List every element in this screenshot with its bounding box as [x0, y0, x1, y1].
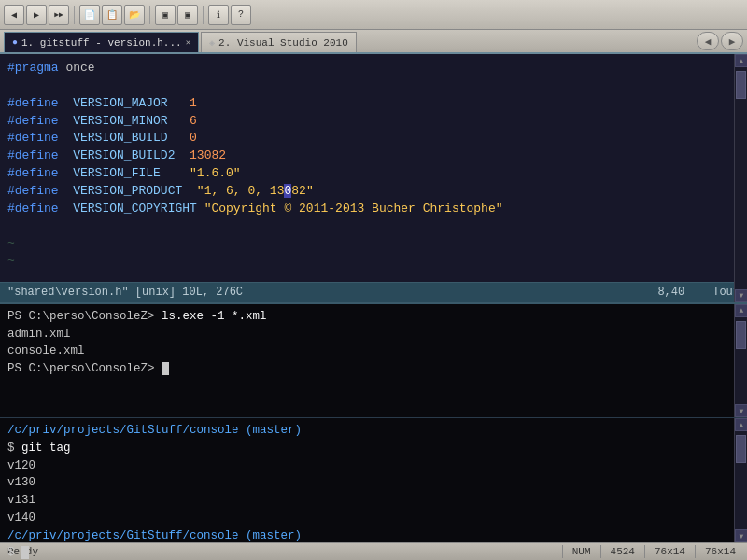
info-button[interactable]: ℹ	[208, 5, 229, 25]
separator2	[149, 6, 150, 24]
tab-nav: ◀ ▶	[697, 32, 743, 52]
term2-line5: v131	[7, 492, 740, 510]
tab-gitstuff[interactable]: ● 1. gitstuff - version.h... ✕	[4, 32, 199, 52]
term1-out1: admin.xml	[7, 328, 71, 341]
main-area: #pragma once #define VERSION_MAJOR 1 #de…	[0, 54, 747, 560]
term1-scroll-track	[735, 317, 747, 404]
term1-cursor	[162, 362, 169, 375]
line-def7: #define VERSION_COPYRIGHT "Copyright © 2…	[7, 201, 740, 218]
term1-scroll-thumb	[736, 321, 746, 349]
scroll-down-btn[interactable]: ▼	[735, 289, 747, 302]
term2-cursor	[21, 546, 29, 559]
term1-scroll-up[interactable]: ▲	[735, 304, 747, 317]
term2-line1: /c/priv/projects/GitStuff/console (maste…	[7, 422, 740, 440]
forward-button[interactable]: ▶	[26, 5, 47, 25]
tab-bar: ● 1. gitstuff - version.h... ✕ ◈ 2. Visu…	[0, 30, 747, 54]
line-tilde1: ~	[7, 235, 740, 253]
editor-filename: "shared\version.h" [unix] 10L, 276C	[7, 286, 657, 299]
copy-button[interactable]: 📋	[102, 5, 122, 25]
line-blank1	[7, 77, 740, 95]
term1-line3: console.xml	[7, 343, 740, 360]
term1-cmd1: ls.exe -1 *.xml	[162, 310, 267, 323]
line-def2: #define VERSION_MINOR 6	[7, 113, 740, 131]
term2-out1: v120	[7, 459, 35, 472]
tab-icon-2: ◈	[209, 37, 215, 49]
term2-content: /c/priv/projects/GitStuff/console (maste…	[0, 418, 747, 560]
nav-left[interactable]: ◀	[697, 32, 719, 50]
line-pragma: #pragma once	[7, 60, 740, 77]
term1-prompt1: PS C:\perso\ConsoleZ>	[7, 310, 162, 323]
terminal-git: /c/priv/projects/GitStuff/console (maste…	[0, 418, 747, 542]
editor-position: 8,40	[657, 286, 684, 299]
term2-out2: v130	[7, 476, 35, 489]
term2-scrollbar[interactable]: ▲ ▼	[734, 418, 747, 542]
term1-line2: admin.xml	[7, 326, 740, 343]
line-def6: #define VERSION_PRODUCT "1, 6, 0, 13082"	[7, 183, 740, 201]
term1-line4: PS C:\perso\ConsoleZ>	[7, 360, 740, 378]
term2-line2: $ git tag	[7, 440, 740, 457]
term2-cmd1: git tag	[21, 441, 71, 455]
editor-scrollbar[interactable]: ▲ ▼	[734, 54, 747, 302]
term2-scroll-down[interactable]: ▼	[735, 529, 747, 542]
term1-out2: console.xml	[7, 344, 85, 357]
view1-button[interactable]: ▣	[155, 5, 176, 25]
help-button[interactable]: ?	[231, 5, 251, 25]
line-tilde2: ~	[7, 253, 740, 271]
tab-close-1[interactable]: ✕	[186, 37, 190, 48]
term2-dollar1: $	[7, 441, 21, 455]
term2-scroll-up[interactable]: ▲	[735, 418, 747, 431]
term2-scroll-thumb	[736, 435, 746, 463]
term1-scroll-down[interactable]: ▼	[735, 404, 747, 417]
line-def1: #define VERSION_MAJOR 1	[7, 95, 740, 113]
term1-content: PS C:\perso\ConsoleZ> ls.exe -1 *.xml ad…	[0, 304, 747, 382]
scroll-up-btn[interactable]: ▲	[735, 54, 747, 67]
term2-line4: v130	[7, 474, 740, 492]
term2-path2: /c/priv/projects/GitStuff/console (maste…	[7, 529, 302, 542]
scroll-track	[735, 67, 747, 289]
term2-out4: v140	[7, 511, 35, 525]
editor-status: "shared\version.h" [unix] 10L, 276C 8,40…	[0, 282, 747, 302]
term1-scrollbar[interactable]: ▲ ▼	[734, 304, 747, 417]
scroll-thumb	[736, 71, 746, 99]
term2-scroll-track	[735, 431, 747, 529]
term1-prompt2: PS C:\perso\ConsoleZ>	[7, 362, 162, 375]
term2-dollar2: $	[7, 546, 21, 559]
tab-label-2: 2. Visual Studio 2010	[218, 37, 348, 49]
term2-line8: $	[7, 544, 740, 560]
line-def5: #define VERSION_FILE "1.6.0"	[7, 165, 740, 183]
tab-icon-1: ●	[12, 37, 18, 48]
new-button[interactable]: 📄	[79, 5, 100, 25]
toolbar: ◀ ▶ ▶▶ 📄 📋 📂 ▣ ▣ ℹ ?	[0, 0, 747, 30]
term2-line7: /c/priv/projects/GitStuff/console (maste…	[7, 527, 740, 545]
forward2-button[interactable]: ▶▶	[49, 5, 69, 25]
editor-content: #pragma once #define VERSION_MAJOR 1 #de…	[0, 54, 747, 276]
term2-line6: v140	[7, 510, 740, 527]
back-button[interactable]: ◀	[4, 5, 24, 25]
term2-out3: v131	[7, 494, 35, 507]
term1-line1: PS C:\perso\ConsoleZ> ls.exe -1 *.xml	[7, 308, 740, 326]
separator3	[203, 6, 204, 24]
nav-right[interactable]: ▶	[721, 32, 743, 50]
line-def4: #define VERSION_BUILD2 13082	[7, 147, 740, 165]
term2-path1: /c/priv/projects/GitStuff/console (maste…	[7, 424, 302, 437]
tab-vs2010[interactable]: ◈ 2. Visual Studio 2010	[201, 32, 357, 52]
view2-button[interactable]: ▣	[177, 5, 198, 25]
open-button[interactable]: 📂	[124, 5, 145, 25]
separator1	[74, 6, 75, 24]
line-blank2	[7, 218, 740, 236]
line-def3: #define VERSION_BUILD 0	[7, 130, 740, 147]
term2-line3: v120	[7, 457, 740, 475]
editor-pane: #pragma once #define VERSION_MAJOR 1 #de…	[0, 54, 747, 304]
terminal-powershell: PS C:\perso\ConsoleZ> ls.exe -1 *.xml ad…	[0, 304, 747, 418]
tab-label-1: 1. gitstuff - version.h...	[21, 37, 182, 49]
